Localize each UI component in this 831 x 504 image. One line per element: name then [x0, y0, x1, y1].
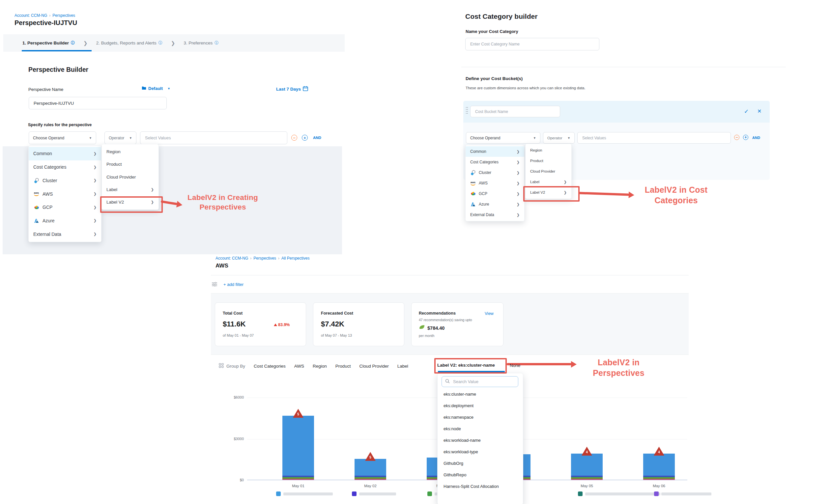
and-operator-label[interactable]: AND: [313, 136, 321, 140]
group-by-item-none[interactable]: None: [510, 363, 520, 368]
chart-bar-may-01[interactable]: [282, 416, 314, 480]
active-tab-underline: [22, 50, 92, 51]
menu-item-label[interactable]: Label❯: [525, 177, 571, 187]
bucket-add-rule-button[interactable]: +: [743, 135, 748, 140]
menu-item-cloud-provider[interactable]: Cloud Provider❯: [525, 166, 571, 177]
menu-item-cluster[interactable]: Cluster❯: [29, 174, 101, 187]
group-by-item-cost-categories[interactable]: Cost Categories: [254, 364, 286, 368]
tab-3-preferences[interactable]: 3. Preferencesⓘ: [183, 40, 219, 46]
menu-item-region[interactable]: Region❯: [102, 145, 159, 158]
breadcrumb-perspectives[interactable]: Perspectives: [253, 256, 276, 261]
menu-item-product[interactable]: Product❯: [102, 158, 159, 170]
menu-item-aws[interactable]: awsAWS❯: [466, 178, 524, 188]
add-rule-button[interactable]: +: [302, 135, 308, 141]
menu-item-gcp[interactable]: GCP❯: [466, 188, 524, 199]
bucket-values-field[interactable]: [581, 136, 726, 141]
labelv2-highlight-box: [100, 196, 163, 213]
legend-swatch[interactable]: [578, 492, 582, 496]
breadcrumb-perspectives[interactable]: Perspectives: [52, 13, 75, 18]
menu-item-azure[interactable]: Azure❯: [466, 199, 524, 209]
menu-item-aws[interactable]: awsAWS❯: [29, 187, 101, 201]
group-by-active-item[interactable]: Label V2: eks:cluster-name: [437, 363, 495, 367]
menu-item-region[interactable]: Region❯: [525, 145, 571, 155]
dropdown-item-eks-workload-type[interactable]: eks:workload-type: [443, 449, 478, 454]
bucket-operator-select[interactable]: Operator ▼: [543, 132, 575, 144]
add-filter-button[interactable]: + add filter: [223, 282, 243, 287]
operand-select[interactable]: Choose Operand ▼: [29, 131, 96, 144]
anomaly-badge[interactable]: 4: [581, 447, 592, 455]
menu-item-common[interactable]: Common❯: [29, 147, 101, 160]
menu-item-label: AWS: [42, 191, 93, 197]
perspective-name-value[interactable]: [33, 100, 163, 106]
menu-item-cloud-provider[interactable]: Cloud Provider❯: [102, 171, 159, 183]
menu-item-label[interactable]: Label❯: [102, 183, 159, 196]
dropdown-item-eks-node[interactable]: eks:node: [443, 426, 461, 431]
chart-bar-may-06[interactable]: [643, 454, 675, 480]
drag-handle-icon[interactable]: [466, 107, 468, 114]
perspective-name-input[interactable]: [29, 97, 167, 109]
anomaly-badge[interactable]: 5: [293, 409, 304, 418]
date-range-picker[interactable]: Last 7 Days: [276, 86, 308, 92]
dropdown-item-githuborg[interactable]: GithubOrg: [443, 461, 463, 466]
search-input-field[interactable]: [452, 379, 515, 384]
group-by-item-cloud-provider[interactable]: Cloud Provider: [359, 364, 389, 368]
group-by-item-label[interactable]: Label: [397, 364, 408, 368]
operator-select[interactable]: Operator ▼: [105, 131, 136, 144]
menu-item-cluster[interactable]: Cluster❯: [466, 167, 524, 178]
menu-item-label: Label: [530, 180, 564, 184]
cost-bucket-name-field[interactable]: [475, 109, 556, 114]
legend-swatch[interactable]: [427, 492, 432, 496]
group-by-item-aws[interactable]: AWS: [294, 364, 304, 368]
menu-item-external-data[interactable]: External Data❯: [29, 227, 101, 241]
folder-selector[interactable]: Default ▼: [142, 86, 170, 91]
chevron-down-icon: ▼: [129, 137, 132, 140]
tab-2-budgets-reports-and-alerts[interactable]: 2. Budgets, Reports and Alertsⓘ: [96, 40, 163, 46]
anomaly-badge[interactable]: 4: [654, 447, 664, 455]
menu-item-external-data[interactable]: External Data❯: [466, 209, 524, 220]
cost-category-name-field[interactable]: [469, 41, 595, 47]
confirm-check-icon[interactable]: ✓: [744, 108, 749, 115]
values-input-field[interactable]: [144, 135, 283, 141]
chart-bar-may-05[interactable]: [571, 454, 603, 480]
tab-separator-icon: ❯: [83, 40, 88, 46]
menu-item-common[interactable]: Common❯: [466, 146, 524, 157]
close-x-icon[interactable]: ✕: [757, 108, 762, 114]
breadcrumb-account[interactable]: Account: CCM-NG: [15, 13, 47, 18]
dropdown-item-harness-split-cost-allocation[interactable]: Harness-Split Cost Allocation: [443, 484, 499, 489]
y-axis-tick-6000: $6000: [227, 395, 244, 399]
group-by-item-product[interactable]: Product: [336, 364, 351, 368]
bucket-and-label[interactable]: AND: [752, 136, 760, 140]
anomaly-badge[interactable]: 5: [365, 452, 376, 461]
menu-item-gcp[interactable]: GCP❯: [29, 201, 101, 214]
bucket-values-input[interactable]: [577, 132, 731, 144]
chart-bar-may-02[interactable]: [354, 459, 386, 480]
bar-segment-stack-magenta: [571, 479, 603, 480]
group-by-label-wrap: Group By: [219, 363, 245, 369]
view-link[interactable]: View: [485, 311, 494, 316]
menu-item-label: GCP: [479, 191, 517, 196]
menu-item-azure[interactable]: Azure❯: [29, 214, 101, 228]
cost-bucket-name-input[interactable]: [470, 106, 560, 117]
bucket-operand-select[interactable]: Choose Operand ▼: [466, 132, 540, 144]
dropdown-item-eks-cluster-name[interactable]: eks:cluster-name: [443, 392, 476, 396]
menu-item-cost-categories[interactable]: Cost Categories❯: [29, 160, 101, 174]
remove-rule-button[interactable]: −: [291, 135, 297, 141]
breadcrumb-account[interactable]: Account: CCM-NG: [216, 256, 248, 261]
dropdown-item-githubrepo[interactable]: GithubRepo: [443, 472, 466, 477]
dropdown-item-eks-namespace[interactable]: eks:namespace: [443, 415, 474, 420]
group-by-item-region[interactable]: Region: [313, 364, 327, 368]
dropdown-item-eks-deployment[interactable]: eks:deployment: [443, 403, 474, 408]
dropdown-item-eks-workload-name[interactable]: eks:workload-name: [443, 438, 481, 443]
menu-item-product[interactable]: Product❯: [525, 155, 571, 166]
menu-item-cost-categories[interactable]: Cost Categories❯: [466, 157, 524, 167]
search-input[interactable]: [441, 376, 518, 387]
cost-category-name-input[interactable]: [465, 38, 599, 51]
legend-swatch[interactable]: [276, 492, 281, 496]
tab-1-perspective-builder[interactable]: 1. Perspective Builderⓘ: [22, 40, 75, 46]
values-input[interactable]: [140, 131, 287, 144]
filter-icon[interactable]: [212, 282, 217, 288]
legend-swatch[interactable]: [654, 492, 659, 496]
legend-swatch[interactable]: [352, 492, 356, 496]
bucket-remove-rule-button[interactable]: −: [734, 135, 739, 140]
breadcrumb-all-perspectives[interactable]: All Perspectives: [281, 256, 309, 261]
